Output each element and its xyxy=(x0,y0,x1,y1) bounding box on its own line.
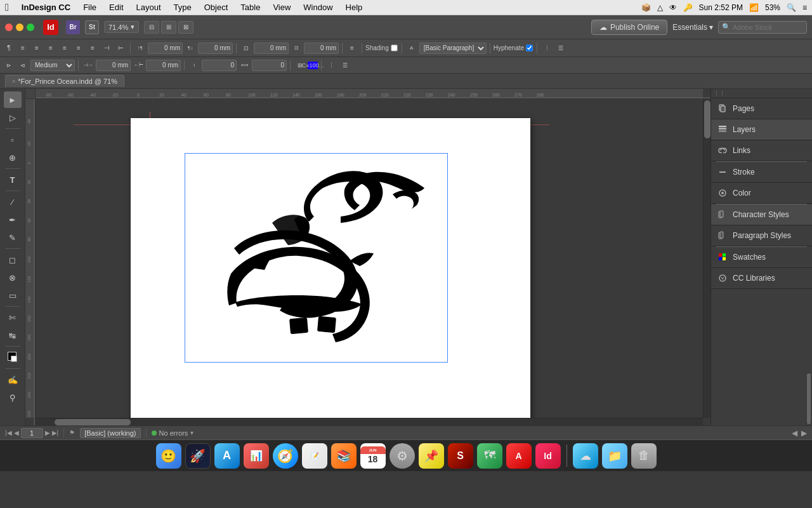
zoom-tool[interactable]: ⚲ xyxy=(4,389,22,406)
zoom-control[interactable]: 71.4% ▾ xyxy=(104,21,139,33)
object-menu[interactable]: Object xyxy=(202,3,231,12)
app-name[interactable]: InDesign CC xyxy=(19,3,73,12)
close-window-button[interactable] xyxy=(5,23,13,31)
adobe-stock-search[interactable] xyxy=(718,21,807,34)
errors-dropdown-icon[interactable]: ▾ xyxy=(190,429,193,436)
type-tool[interactable]: T xyxy=(4,171,22,188)
line-tool[interactable]: ∕ xyxy=(4,194,22,210)
dock-rocket-typist[interactable]: 🚀 xyxy=(185,443,211,469)
control-strip-icon[interactable]: ≡ xyxy=(802,3,807,12)
frame-tool[interactable]: ⊗ xyxy=(4,269,22,286)
essentials-button[interactable]: Essentials ▾ xyxy=(672,23,713,32)
panel-options-2-icon[interactable]: ☰ xyxy=(339,59,351,72)
profile-selector[interactable]: [Basic] (working) xyxy=(80,428,140,438)
window-menu[interactable]: Window xyxy=(301,3,335,12)
first-page-button[interactable]: |◀ xyxy=(5,429,12,436)
document-tab[interactable]: × *For_Prince Ocean.indd @ 71% xyxy=(5,75,124,87)
align-left-icon[interactable]: ≡ xyxy=(16,42,29,55)
dock-finder[interactable]: 🙂 xyxy=(156,443,181,469)
hyphenate-checkbox[interactable] xyxy=(526,44,532,51)
canvas-area[interactable]: -80 -60 -40 -20 0 20 40 60 80 100 120 14… xyxy=(25,89,710,425)
dock-files[interactable]: 📁 xyxy=(602,443,627,469)
paragraph-style-select[interactable]: [Basic Paragraph] xyxy=(419,43,487,54)
rect-frame-tool[interactable]: ▭ xyxy=(4,287,22,304)
horizontal-scrollbar[interactable] xyxy=(36,418,703,425)
canvas-viewport[interactable] xyxy=(36,99,703,418)
drop-cap-chars-input[interactable] xyxy=(304,43,339,54)
indent-right-icon[interactable]: ⊲ xyxy=(16,59,29,72)
align-center-icon[interactable]: ≡ xyxy=(30,42,43,55)
pen-tool[interactable]: ✒ xyxy=(4,211,22,228)
publish-online-button[interactable]: ☁ Publish Online xyxy=(591,20,667,35)
rotate-tool[interactable]: ↹ xyxy=(4,327,22,344)
justify-icon[interactable]: ≡ xyxy=(58,42,71,55)
layers-panel-header[interactable]: Layers xyxy=(711,119,812,140)
direct-selection-tool[interactable]: ▷ xyxy=(4,109,22,126)
list-options-icon[interactable]: ≡ xyxy=(346,42,358,55)
justify-last-left-icon[interactable]: ≡ xyxy=(72,42,85,55)
paragraph-panel-icon[interactable]: ¶ xyxy=(3,42,15,55)
dock-sketchbook[interactable]: S xyxy=(448,443,473,469)
apple-menu[interactable]:  xyxy=(5,2,9,13)
more-options-2-icon[interactable]: ⋮ xyxy=(325,59,337,72)
vertical-scrollbar-thumb[interactable] xyxy=(704,100,710,138)
indent-left-icon[interactable]: ⊳ xyxy=(3,59,15,72)
shading-checkbox[interactable] xyxy=(391,44,397,51)
content-collector-tool[interactable]: ⊕ xyxy=(4,149,22,166)
document-page[interactable] xyxy=(131,118,530,418)
stock-icon[interactable]: St xyxy=(85,20,99,34)
pencil-tool[interactable]: ✎ xyxy=(4,229,22,246)
hand-tool[interactable]: ✍ xyxy=(4,371,22,388)
dock-calendar[interactable]: JUN 18 xyxy=(360,443,386,469)
prev-page-button[interactable]: ◀ xyxy=(14,429,19,436)
edit-menu[interactable]: Edit xyxy=(107,3,126,12)
towards-spine-icon[interactable]: ⊣ xyxy=(100,42,113,55)
dock-appstore[interactable]: A xyxy=(214,443,240,469)
dock-safari[interactable]: 🧭 xyxy=(273,443,298,469)
maximize-window-button[interactable] xyxy=(27,23,34,31)
away-spine-icon[interactable]: ⊢ xyxy=(114,42,127,55)
space-before-input[interactable] xyxy=(148,43,183,54)
eraser-tool[interactable]: ◻ xyxy=(4,251,22,268)
scissors-tool[interactable]: ✄ xyxy=(4,309,22,326)
links-panel-header[interactable]: Links xyxy=(711,140,812,161)
last-page-button[interactable]: ▶| xyxy=(52,429,59,436)
dock-icloud[interactable]: ☁ xyxy=(573,443,598,469)
paragraph-styles-panel-header[interactable]: Paragraph Styles xyxy=(711,225,812,246)
next-page-button[interactable]: ▶ xyxy=(45,429,50,436)
file-menu[interactable]: File xyxy=(81,3,99,12)
vertical-scrollbar[interactable] xyxy=(703,99,710,418)
page-number-input[interactable] xyxy=(21,428,43,438)
layout-menu[interactable]: Layout xyxy=(134,3,164,12)
text-frame[interactable] xyxy=(185,153,448,363)
character-styles-panel-header[interactable]: Character Styles xyxy=(711,204,812,225)
panel-options-icon[interactable]: ☰ xyxy=(554,42,567,55)
view-mode-3[interactable]: ⊠ xyxy=(178,21,193,34)
dock-acrobat[interactable]: A xyxy=(506,443,532,469)
color-panel-header[interactable]: Color xyxy=(711,183,812,203)
dock-maps[interactable]: 🗺 xyxy=(477,443,502,469)
justify-all-icon[interactable]: ≡ xyxy=(86,42,99,55)
page-tool[interactable]: ▫ xyxy=(4,131,22,148)
tab-close-button[interactable]: × xyxy=(12,78,15,84)
cc-libraries-panel-header[interactable]: CC Libraries xyxy=(711,268,812,288)
panel-scrollbar-thumb[interactable] xyxy=(807,373,811,424)
selection-tool[interactable]: ► xyxy=(4,91,22,108)
fill-color-tool[interactable] xyxy=(4,349,22,366)
stroke-panel-header[interactable]: Stroke xyxy=(711,162,812,182)
dock-system-preferences[interactable]: ⚙ xyxy=(390,443,415,469)
type-menu[interactable]: Type xyxy=(171,3,194,12)
more-options-icon[interactable]: ⋮ xyxy=(540,42,553,55)
view-menu[interactable]: View xyxy=(270,3,293,12)
swatches-panel-header[interactable]: Swatches xyxy=(711,247,812,267)
right-panel-toggle[interactable]: ▶ xyxy=(801,429,807,438)
left-panel-toggle[interactable]: ◀ xyxy=(792,429,797,438)
table-menu[interactable]: Table xyxy=(238,3,263,12)
dock-trash[interactable]: 🗑 xyxy=(631,443,657,469)
horizontal-scrollbar-thumb[interactable] xyxy=(55,419,131,425)
preflight-icon[interactable]: ⚑ xyxy=(69,429,75,436)
weight-select[interactable]: Medium xyxy=(30,60,75,71)
leading-input[interactable] xyxy=(202,60,237,71)
dock-notes[interactable]: 📝 xyxy=(302,443,327,469)
dock-cpu-monitor[interactable]: 📊 xyxy=(244,443,269,469)
